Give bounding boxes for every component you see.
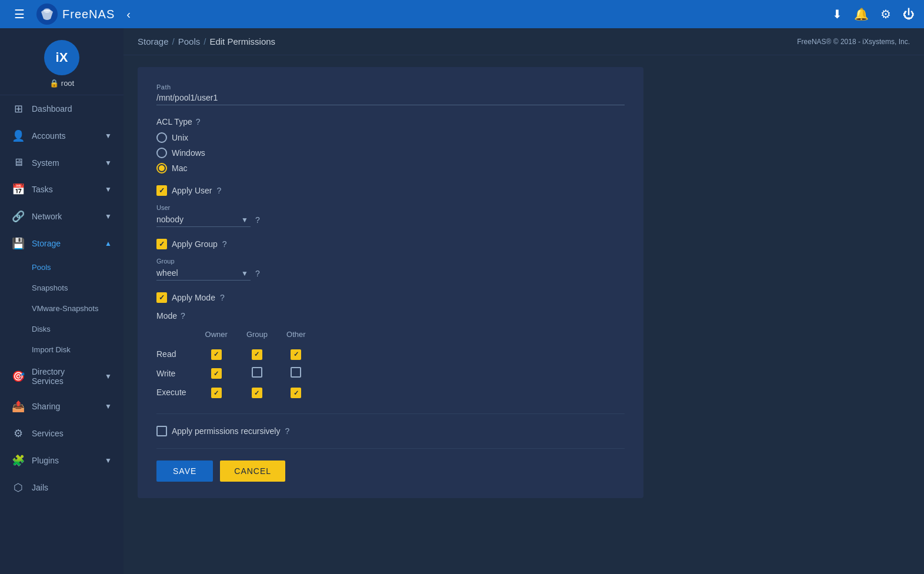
- execute-owner-checkbox[interactable]: ✓: [211, 388, 222, 398]
- chevron-down-icon: ▼: [105, 185, 112, 193]
- apply-group-help-icon[interactable]: ?: [222, 239, 227, 249]
- save-button[interactable]: SAVE: [156, 460, 213, 482]
- apply-user-help-icon[interactable]: ?: [216, 186, 221, 195]
- accounts-icon: 👤: [12, 129, 25, 142]
- table-row: Read ✓ ✓ ✓: [156, 345, 315, 363]
- group-select-row: wheel nobody ▼ ?: [156, 266, 625, 281]
- sidebar-item-tasks[interactable]: 📅 Tasks ▼: [0, 176, 124, 203]
- apply-user-checkbox[interactable]: ✓: [156, 185, 167, 196]
- sidebar-item-jails[interactable]: ⬡ Jails: [0, 474, 124, 501]
- chevron-down-icon: ▼: [105, 402, 112, 411]
- settings-icon[interactable]: ⚙: [880, 7, 891, 21]
- chevron-down-icon: ▼: [105, 159, 112, 167]
- breadcrumb-bar: Storage / Pools / Edit Permissions FreeN…: [124, 28, 924, 55]
- avatar: iX: [44, 40, 79, 75]
- radio-mac-circle: [156, 163, 167, 173]
- system-icon: 🖥: [12, 156, 25, 169]
- execute-group-checkbox[interactable]: ✓: [252, 388, 262, 398]
- radio-mac-label: Mac: [172, 163, 187, 173]
- group-label: Group: [156, 258, 625, 265]
- acl-type-help-icon[interactable]: ?: [196, 117, 201, 126]
- apply-mode-label: Apply Mode: [172, 293, 215, 302]
- radio-windows[interactable]: Windows: [156, 148, 625, 158]
- write-owner-checkbox[interactable]: ✓: [211, 368, 222, 379]
- apply-recursive-checkbox[interactable]: [156, 426, 167, 436]
- sidebar-item-network[interactable]: 🔗 Network ▼: [0, 203, 124, 230]
- execute-other-checkbox[interactable]: ✓: [291, 388, 301, 398]
- cancel-button[interactable]: CANCEL: [220, 460, 285, 482]
- radio-unix-label: Unix: [172, 133, 188, 142]
- network-icon: 🔗: [12, 210, 25, 223]
- logo-text: FreeNAS: [62, 8, 115, 21]
- table-row: Write ✓: [156, 363, 315, 383]
- mode-table: Owner Group Other Read ✓ ✓ ✓: [156, 328, 315, 402]
- write-group-checkbox[interactable]: [252, 367, 262, 378]
- sidebar-subitem-snapshots[interactable]: Snapshots: [0, 278, 124, 298]
- sidebar-item-label: Jails: [32, 483, 48, 492]
- chevron-down-icon: ▼: [105, 212, 112, 221]
- sidebar-item-label: Network: [32, 212, 62, 221]
- apply-mode-checkbox[interactable]: ✓: [156, 292, 167, 303]
- sidebar-item-sharing[interactable]: 📤 Sharing ▼: [0, 393, 124, 420]
- breadcrumb-sep-2: /: [204, 36, 206, 46]
- tasks-icon: 📅: [12, 183, 25, 196]
- apply-mode-help-icon[interactable]: ?: [220, 293, 225, 302]
- download-icon[interactable]: ⬇: [832, 7, 842, 21]
- breadcrumb-storage[interactable]: Storage: [138, 36, 169, 46]
- sidebar-item-directory-services[interactable]: 🎯 Directory Services ▼: [0, 360, 124, 393]
- dashboard-icon: ⊞: [12, 102, 25, 115]
- radio-unix[interactable]: Unix: [156, 132, 625, 143]
- sidebar-subitem-pools[interactable]: Pools: [0, 257, 124, 278]
- sidebar-subitem-disks[interactable]: Disks: [0, 319, 124, 339]
- sidebar-item-services[interactable]: ⚙ Services: [0, 420, 124, 447]
- topnav: ☰ FreeNAS ‹ ⬇ 🔔 ⚙ ⏻: [0, 0, 924, 28]
- apply-mode-row: ✓ Apply Mode ?: [156, 292, 625, 303]
- read-group-checkbox[interactable]: ✓: [252, 349, 262, 360]
- hamburger-button[interactable]: ☰: [9, 5, 29, 24]
- group-select[interactable]: wheel nobody: [156, 266, 251, 281]
- freenas-logo-icon: [36, 4, 58, 25]
- sidebar-item-storage[interactable]: 💾 Storage ▲: [0, 230, 124, 257]
- sidebar-subitem-vmware-snapshots[interactable]: VMware-Snapshots: [0, 298, 124, 319]
- apply-recursive-help-icon[interactable]: ?: [285, 426, 289, 436]
- user-field-group: User nobody root ▼ ?: [156, 204, 625, 227]
- apply-recursive-row: Apply permissions recursively ?: [156, 426, 625, 436]
- sidebar-item-plugins[interactable]: 🧩 Plugins ▼: [0, 447, 124, 474]
- apply-group-checkbox[interactable]: ✓: [156, 239, 167, 249]
- radio-mac[interactable]: Mac: [156, 163, 625, 173]
- apply-user-label: Apply User: [172, 186, 212, 195]
- read-other-checkbox[interactable]: ✓: [291, 349, 301, 360]
- path-label: Path: [156, 84, 625, 91]
- topnav-right: ⬇ 🔔 ⚙ ⏻: [832, 7, 915, 21]
- form-card: Path /mnt/pool1/user1 ACL Type ? Unix: [138, 67, 643, 498]
- acl-radio-group: Unix Windows Mac: [156, 132, 625, 173]
- sharing-icon: 📤: [12, 400, 25, 413]
- apply-recursive-label: Apply permissions recursively: [172, 426, 280, 436]
- write-other-checkbox[interactable]: [291, 367, 301, 378]
- lock-icon: 🔒: [49, 79, 59, 88]
- sidebar-item-system[interactable]: 🖥 System ▼: [0, 149, 124, 176]
- check-icon: ✓: [159, 293, 165, 302]
- apply-group-label: Apply Group: [172, 239, 218, 249]
- check-icon: ✓: [159, 186, 165, 195]
- back-button[interactable]: ‹: [122, 5, 135, 24]
- acl-type-section: ACL Type ? Unix Windows: [156, 117, 625, 173]
- sidebar-item-label: Sharing: [32, 402, 60, 411]
- notifications-icon[interactable]: 🔔: [854, 7, 869, 21]
- sidebar-item-label: Plugins: [32, 456, 59, 465]
- acl-type-label: ACL Type ?: [156, 117, 625, 126]
- mode-help-icon[interactable]: ?: [181, 311, 185, 321]
- group-help-icon[interactable]: ?: [255, 269, 260, 278]
- breadcrumb-pools[interactable]: Pools: [178, 36, 201, 46]
- directory-icon: 🎯: [12, 370, 25, 383]
- sidebar-subitem-import-disk[interactable]: Import Disk: [0, 339, 124, 360]
- user-help-icon[interactable]: ?: [255, 215, 260, 225]
- read-owner-checkbox[interactable]: ✓: [211, 349, 222, 360]
- sidebar-item-label: System: [32, 158, 59, 168]
- power-icon[interactable]: ⏻: [903, 8, 915, 21]
- user-select[interactable]: nobody root: [156, 212, 251, 227]
- sidebar-item-accounts[interactable]: 👤 Accounts ▼: [0, 122, 124, 149]
- sidebar-item-dashboard[interactable]: ⊞ Dashboard: [0, 95, 124, 122]
- chevron-down-icon: ▼: [105, 456, 112, 465]
- group-field-group: Group wheel nobody ▼ ?: [156, 258, 625, 281]
